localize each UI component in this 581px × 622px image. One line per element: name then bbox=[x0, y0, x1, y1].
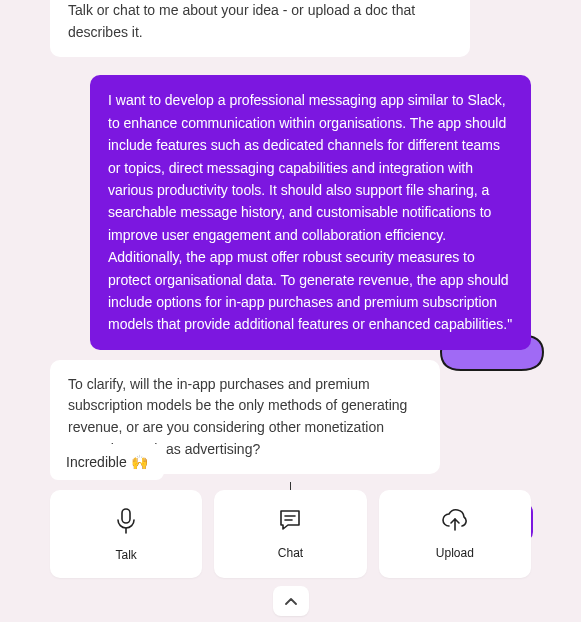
reaction-chip: Incredible 🙌 bbox=[50, 444, 164, 480]
input-panel: Incredible 🙌 Talk Chat bbox=[0, 444, 581, 622]
reaction-text: Incredible 🙌 bbox=[66, 454, 148, 470]
message-text: Talk or chat to me about your idea - or … bbox=[68, 2, 415, 40]
microphone-icon bbox=[115, 508, 137, 534]
user-message: I want to develop a professional messagi… bbox=[90, 75, 531, 349]
action-label: Upload bbox=[436, 546, 474, 560]
assistant-message: Talk or chat to me about your idea - or … bbox=[50, 0, 470, 57]
upload-cloud-icon bbox=[441, 508, 469, 532]
action-label: Chat bbox=[278, 546, 303, 560]
action-label: Talk bbox=[115, 548, 136, 562]
svg-rect-0 bbox=[122, 509, 130, 523]
chat-button[interactable]: Chat bbox=[214, 490, 366, 578]
chat-icon bbox=[278, 508, 302, 532]
message-text: I want to develop a professional messagi… bbox=[108, 92, 512, 332]
action-row: Talk Chat Upload bbox=[50, 490, 531, 578]
chevron-up-icon bbox=[285, 593, 297, 609]
talk-button[interactable]: Talk bbox=[50, 490, 202, 578]
collapse-button[interactable] bbox=[273, 586, 309, 616]
upload-button[interactable]: Upload bbox=[379, 490, 531, 578]
